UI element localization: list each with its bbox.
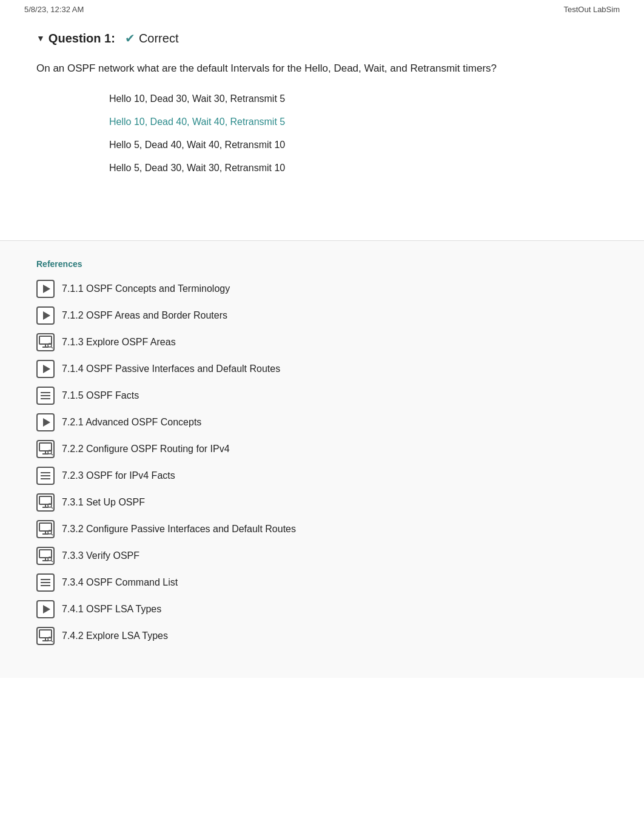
ref-label: 7.3.4 OSPF Command List: [62, 577, 178, 588]
list-item[interactable]: 7.2.1 Advanced OSPF Concepts: [36, 413, 608, 431]
ref-label: 7.3.3 Verify OSPF: [62, 550, 139, 561]
ref-label: 7.2.2 Configure OSPF Routing for IPv4: [62, 444, 230, 455]
lab-icon: [36, 547, 55, 565]
ref-label: 7.3.2 Configure Passive Interfaces and D…: [62, 524, 296, 535]
answer-item[interactable]: Hello 5, Dead 40, Wait 40, Retransmit 10: [109, 140, 608, 150]
play-icon: [36, 306, 55, 325]
question-number: Question 1:: [49, 32, 115, 46]
list-item[interactable]: 7.1.5 OSPF Facts: [36, 387, 608, 405]
ref-label: 7.1.2 OSPF Areas and Border Routers: [62, 310, 227, 321]
top-bar: 5/8/23, 12:32 AM TestOut LabSim: [0, 0, 644, 19]
lab-icon: [36, 333, 55, 351]
lab-icon: [36, 493, 55, 512]
ref-label: 7.1.3 Explore OSPF Areas: [62, 337, 176, 348]
play-icon: [36, 360, 55, 378]
answers-list: Hello 10, Dead 30, Wait 30, Retransmit 5…: [36, 93, 608, 174]
checkmark-icon: ✔: [125, 31, 135, 46]
references-section: References 7.1.1 OSPF Concepts and Termi…: [0, 240, 644, 678]
question-header: ▼ Question 1: ✔ Correct: [36, 31, 608, 46]
play-icon: [36, 600, 55, 618]
question-text: On an OSPF network what are the default …: [36, 60, 564, 76]
correct-label: Correct: [139, 32, 179, 46]
question-title: ▼ Question 1:: [36, 32, 115, 46]
ref-label: 7.1.4 OSPF Passive Interfaces and Defaul…: [62, 363, 280, 374]
play-icon: [36, 280, 55, 298]
references-title: References: [36, 259, 608, 269]
facts-icon: [36, 467, 55, 485]
list-item[interactable]: 7.4.1 OSPF LSA Types: [36, 600, 608, 618]
ref-label: 7.4.2 Explore LSA Types: [62, 630, 168, 641]
references-list: 7.1.1 OSPF Concepts and Terminology 7.1.…: [36, 280, 608, 645]
answer-item[interactable]: Hello 10, Dead 30, Wait 30, Retransmit 5: [109, 93, 608, 104]
datetime-label: 5/8/23, 12:32 AM: [24, 5, 84, 14]
app-name-label: TestOut LabSim: [564, 5, 620, 14]
question-section: ▼ Question 1: ✔ Correct On an OSPF netwo…: [0, 19, 644, 204]
list-item[interactable]: 7.3.1 Set Up OSPF: [36, 493, 608, 512]
ref-label: 7.1.1 OSPF Concepts and Terminology: [62, 283, 230, 294]
play-icon: [36, 413, 55, 431]
facts-icon: [36, 387, 55, 405]
list-item[interactable]: 7.3.4 OSPF Command List: [36, 573, 608, 592]
list-item[interactable]: 7.2.2 Configure OSPF Routing for IPv4: [36, 440, 608, 458]
ref-label: 7.3.1 Set Up OSPF: [62, 497, 145, 508]
answer-item[interactable]: Hello 5, Dead 30, Wait 30, Retransmit 10: [109, 163, 608, 174]
list-item[interactable]: 7.3.2 Configure Passive Interfaces and D…: [36, 520, 608, 538]
list-item[interactable]: 7.1.4 OSPF Passive Interfaces and Defaul…: [36, 360, 608, 378]
ref-label: 7.4.1 OSPF LSA Types: [62, 604, 161, 615]
facts-icon: [36, 573, 55, 592]
answer-item-correct[interactable]: Hello 10, Dead 40, Wait 40, Retransmit 5: [109, 117, 608, 127]
ref-label: 7.2.1 Advanced OSPF Concepts: [62, 417, 201, 428]
correct-badge: ✔ Correct: [125, 31, 179, 46]
lab-icon: [36, 440, 55, 458]
collapse-icon[interactable]: ▼: [36, 33, 45, 43]
list-item[interactable]: 7.2.3 OSPF for IPv4 Facts: [36, 467, 608, 485]
list-item[interactable]: 7.4.2 Explore LSA Types: [36, 627, 608, 645]
list-item[interactable]: 7.1.3 Explore OSPF Areas: [36, 333, 608, 351]
list-item[interactable]: 7.3.3 Verify OSPF: [36, 547, 608, 565]
lab-icon: [36, 627, 55, 645]
list-item[interactable]: 7.1.2 OSPF Areas and Border Routers: [36, 306, 608, 325]
ref-label: 7.1.5 OSPF Facts: [62, 390, 139, 401]
list-item[interactable]: 7.1.1 OSPF Concepts and Terminology: [36, 280, 608, 298]
ref-label: 7.2.3 OSPF for IPv4 Facts: [62, 470, 175, 481]
lab-icon: [36, 520, 55, 538]
